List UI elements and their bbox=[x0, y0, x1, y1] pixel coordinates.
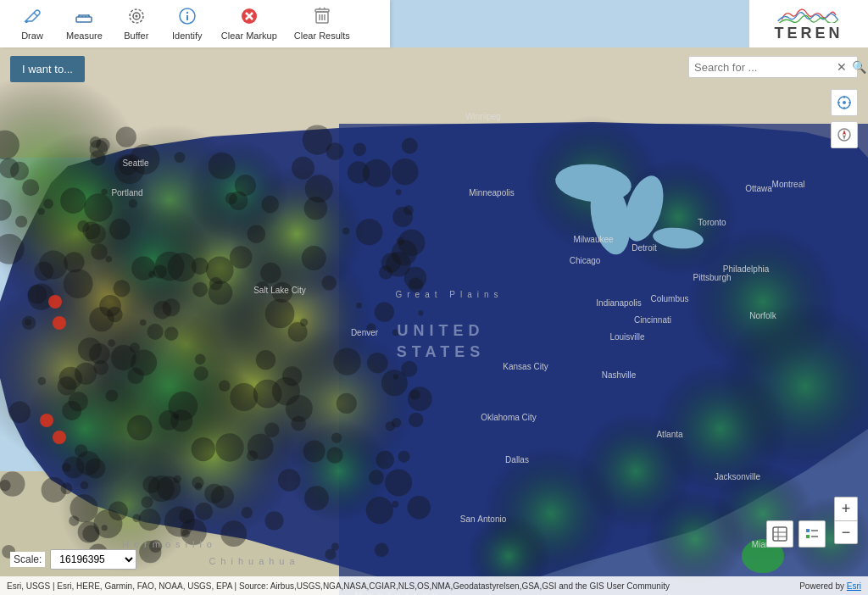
esri-link[interactable]: Esri bbox=[847, 581, 861, 591]
zoom-in-button[interactable]: + bbox=[834, 497, 858, 520]
buffer-tool-button[interactable]: Buffer bbox=[111, 3, 162, 44]
svg-rect-32 bbox=[773, 527, 787, 541]
search-input[interactable] bbox=[694, 61, 837, 74]
draw-label: Draw bbox=[21, 31, 43, 41]
brand-name: TEREN bbox=[774, 25, 843, 42]
svg-point-13 bbox=[186, 12, 188, 14]
clear-markup-icon bbox=[240, 7, 259, 29]
svg-line-0 bbox=[34, 13, 37, 16]
scale-bar: Scale: 16196395 8000000 4000000 2000000 … bbox=[10, 549, 136, 570]
map-container[interactable] bbox=[0, 47, 868, 595]
logo-area: TEREN bbox=[749, 0, 868, 47]
zoom-controls: + − bbox=[834, 497, 858, 544]
measure-icon bbox=[75, 7, 93, 29]
scale-selector[interactable]: 16196395 8000000 4000000 2000000 1000000 bbox=[50, 549, 136, 570]
map-canvas[interactable] bbox=[0, 47, 868, 595]
compass-button[interactable] bbox=[831, 121, 858, 148]
draw-tool-button[interactable]: Draw bbox=[7, 3, 58, 44]
clear-results-icon bbox=[313, 7, 331, 29]
svg-rect-1 bbox=[76, 17, 92, 22]
clear-markup-label: Clear Markup bbox=[221, 31, 277, 41]
draw-icon bbox=[23, 7, 42, 29]
bottom-icons bbox=[766, 520, 826, 548]
svg-point-11 bbox=[135, 15, 137, 18]
legend-button[interactable] bbox=[798, 520, 826, 548]
measure-tool-button[interactable]: Measure bbox=[58, 3, 111, 44]
clear-search-icon[interactable]: ✕ bbox=[837, 60, 847, 74]
teren-logo: TEREN bbox=[774, 6, 843, 42]
teren-logo-graphic bbox=[775, 6, 843, 23]
search-bar: ✕ 🔍 bbox=[688, 56, 858, 78]
search-icons: ✕ 🔍 bbox=[837, 60, 866, 74]
basemap-button[interactable] bbox=[766, 520, 793, 548]
zoom-out-button[interactable]: − bbox=[834, 520, 858, 544]
clear-markup-tool-button[interactable]: Clear Markup bbox=[213, 3, 286, 44]
search-icon[interactable]: 🔍 bbox=[852, 60, 866, 74]
identify-icon bbox=[178, 7, 197, 29]
svg-rect-36 bbox=[806, 529, 810, 532]
buffer-icon bbox=[127, 7, 146, 29]
clear-results-tool-button[interactable]: Clear Results bbox=[286, 3, 359, 44]
attribution-text-left: Esri, USGS | Esri, HERE, Garmin, FAO, NO… bbox=[7, 581, 670, 591]
map-controls-right bbox=[831, 89, 858, 148]
attribution-text-right: Powered by Esri bbox=[799, 581, 861, 591]
measure-label: Measure bbox=[66, 31, 103, 41]
svg-rect-38 bbox=[806, 535, 810, 538]
gps-location-button[interactable] bbox=[831, 89, 858, 116]
identify-tool-button[interactable]: Identify bbox=[162, 3, 213, 44]
i-want-to-button[interactable]: I want to... bbox=[10, 56, 85, 82]
buffer-label: Buffer bbox=[124, 31, 148, 41]
clear-results-label: Clear Results bbox=[294, 31, 350, 41]
svg-point-26 bbox=[843, 101, 846, 104]
toolbar: Draw Measure Buffer bbox=[0, 0, 390, 47]
attribution-bar: Esri, USGS | Esri, HERE, Garmin, FAO, NO… bbox=[0, 576, 868, 595]
identify-label: Identify bbox=[172, 31, 202, 41]
scale-label: Scale: bbox=[10, 552, 45, 567]
